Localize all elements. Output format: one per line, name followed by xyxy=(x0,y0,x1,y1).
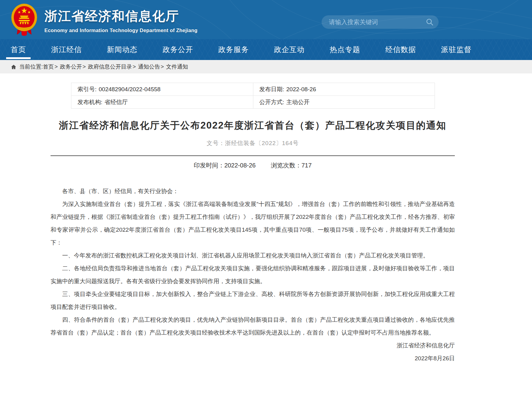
nav-item-dispatched-supervision[interactable]: 派驻监督 xyxy=(441,39,472,60)
doc-number-value: 浙经信装备〔2022〕164号 xyxy=(225,140,299,146)
nav-item-hot-topics[interactable]: 热点专题 xyxy=(330,39,360,60)
breadcrumb-item-gov-info[interactable]: 政务公开 xyxy=(60,63,82,70)
meta-table-row: 索引号:002482904/2022-04558 发布日期:2022-08-26 xyxy=(71,83,435,96)
article-content: 索引号:002482904/2022-04558 发布日期:2022-08-26… xyxy=(51,73,455,365)
nav-item-zhejiang-jingxin[interactable]: 浙江经信 xyxy=(51,39,82,60)
paragraph-item-3: 三、项目牵头企业要锚定项目目标，加大创新投入，整合产业链上下游企业、高校、科研院… xyxy=(51,288,455,313)
breadcrumb-separator: > xyxy=(83,64,86,70)
meta-label: 发布机构: xyxy=(77,99,102,105)
signature-block: 浙江省经济和信息化厅 2022年8月26日 xyxy=(51,339,455,365)
paragraph-item-1: 一、今年发布的浙江省数控机床工程化攻关项目计划、浙江省机器人应用场景工程化攻关项… xyxy=(51,249,455,262)
meta-cell-disclosure-method: 公开方式:主动公开 xyxy=(253,96,435,109)
breadcrumb: 当前位置: 首页 > 政务公开 > 政府信息公开目录 > 通知公告 > 文件通知 xyxy=(0,60,532,73)
salutation: 各市、县（市、区）经信局，有关行业协会： xyxy=(51,185,455,198)
site-title: 浙江省经济和信息化厅 xyxy=(44,8,198,25)
search-icon[interactable] xyxy=(426,18,434,26)
meta-value: 2022-08-26 xyxy=(286,86,316,92)
title-divider xyxy=(51,155,455,156)
site-brand: 浙江省经济和信息化厅 Economy and Information Techn… xyxy=(11,3,198,36)
signature-date: 2022年8月26日 xyxy=(51,352,455,365)
view-count: 浏览次数：717 xyxy=(271,162,311,169)
meta-table: 索引号:002482904/2022-04558 发布日期:2022-08-26… xyxy=(71,83,435,109)
nav-item-jingxin-data[interactable]: 经信数据 xyxy=(385,39,416,60)
doc-body: 各市、县（市、区）经信局，有关行业协会： 为深入实施制造业首台（套）提升工程，落… xyxy=(51,185,455,339)
meta-value: 002482904/2022-04558 xyxy=(99,86,160,92)
search-box[interactable] xyxy=(322,15,439,29)
nav-item-gov-enterprise[interactable]: 政企互动 xyxy=(274,39,304,60)
search-input[interactable] xyxy=(329,19,426,26)
page-title: 浙江省经济和信息化厅关于公布2022年度浙江省首台（套）产品工程化攻关项目的通知 xyxy=(51,119,455,132)
home-icon xyxy=(11,64,17,70)
breadcrumb-item-notices[interactable]: 通知公告 xyxy=(138,63,160,70)
print-date: 印发时间：2022-08-26 xyxy=(194,162,255,169)
breadcrumb-separator: > xyxy=(55,64,58,70)
meta-cell-publish-date: 发布日期:2022-08-26 xyxy=(253,83,435,96)
meta-value: 主动公开 xyxy=(286,99,310,105)
brand-text: 浙江省经济和信息化厅 Economy and Information Techn… xyxy=(44,3,198,33)
paragraph-item-2: 二、各地经信局负责指导和推进当地首台（套）产品工程化攻关项目实施，要强化组织协调… xyxy=(51,262,455,288)
paragraph-item-4: 四、符合条件的首台（套）产品工程化攻关的项目，优先纳入产业链协同创新项目目录。首… xyxy=(51,313,455,339)
nav-item-gov-info-disclosure[interactable]: 政务公开 xyxy=(163,39,193,60)
meta-label: 公开方式: xyxy=(259,99,284,105)
nav-item-news[interactable]: 新闻动态 xyxy=(107,39,138,60)
breadcrumb-item-file-notice[interactable]: 文件通知 xyxy=(166,63,188,70)
signature-organization: 浙江省经济和信息化厅 xyxy=(51,339,455,352)
paragraph-intro: 为深入实施制造业首台（套）提升工程，落实《浙江省高端装备制造业发展“十四五”规划… xyxy=(51,198,455,249)
meta-cell-publisher: 发布机构:省经信厅 xyxy=(71,96,253,109)
doc-meta-line: 印发时间：2022-08-26 浏览次数：717 xyxy=(51,161,455,170)
breadcrumb-item-home[interactable]: 首页 xyxy=(43,63,54,70)
national-emblem-logo xyxy=(11,3,38,36)
breadcrumb-separator: > xyxy=(133,64,136,70)
doc-number-label: 文号： xyxy=(207,140,225,146)
meta-table-row: 发布机构:省经信厅 公开方式:主动公开 xyxy=(71,96,435,109)
meta-label: 索引号: xyxy=(77,86,96,92)
site-header: 浙江省经济和信息化厅 Economy and Information Techn… xyxy=(0,0,532,39)
meta-value: 省经信厅 xyxy=(104,99,128,105)
breadcrumb-prefix: 当前位置: xyxy=(19,63,43,70)
main-nav: 首页 浙江经信 新闻动态 政务公开 政务服务 政企互动 热点专题 经信数据 派驻… xyxy=(0,39,532,60)
meta-cell-index-number: 索引号:002482904/2022-04558 xyxy=(71,83,253,96)
breadcrumb-item-catalog[interactable]: 政府信息公开目录 xyxy=(88,63,132,70)
meta-label: 发布日期: xyxy=(259,86,284,92)
doc-number-line: 文号：浙经信装备〔2022〕164号 xyxy=(51,139,455,147)
site-subtitle: Economy and Information Technology Depar… xyxy=(44,28,198,33)
breadcrumb-separator: > xyxy=(161,64,164,70)
nav-item-gov-services[interactable]: 政务服务 xyxy=(218,39,249,60)
nav-item-home[interactable]: 首页 xyxy=(11,39,26,60)
